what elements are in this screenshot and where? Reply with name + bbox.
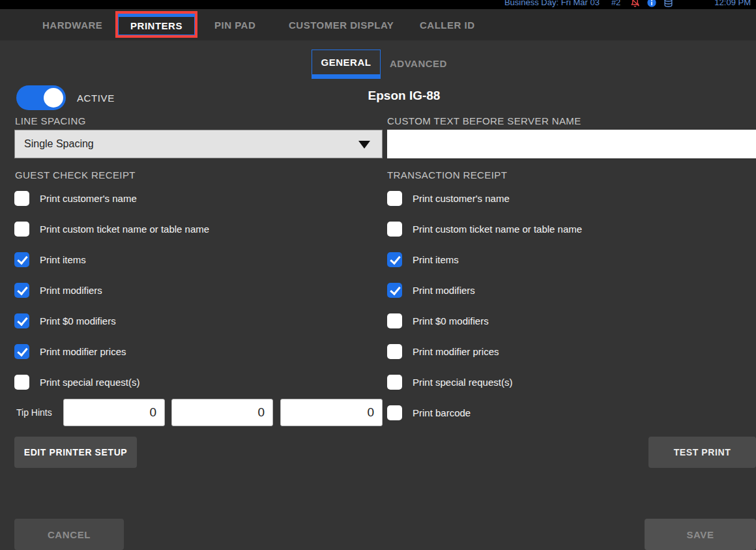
checkbox[interactable] — [387, 313, 402, 328]
database-icon[interactable] — [663, 0, 674, 8]
status-bar: Business Day: Fri Mar 03 #2 12:09 PM — [0, 0, 756, 9]
checkbox[interactable] — [387, 405, 402, 420]
checkbox-row: Print items — [14, 252, 209, 267]
tip-hint-input-2[interactable] — [171, 399, 273, 426]
checkbox-label: Print $0 modifiers — [413, 315, 489, 326]
checkbox-row: Print modifiers — [14, 283, 209, 298]
checkbox[interactable] — [387, 344, 402, 359]
station-number: #2 — [611, 0, 620, 8]
checkbox[interactable] — [387, 375, 402, 390]
checkbox-row: Print items — [387, 252, 582, 267]
checkbox-row: Print barcode — [387, 405, 582, 420]
printer-settings-screen: Business Day: Fri Mar 03 #2 12:09 PM HAR… — [0, 0, 756, 550]
tab-advanced[interactable]: ADVANCED — [390, 58, 447, 69]
checkbox-row: Print special request(s) — [387, 375, 582, 390]
tab-printers[interactable]: PRINTERS — [118, 14, 195, 35]
checkbox-label: Print special request(s) — [413, 377, 512, 388]
checkbox[interactable] — [387, 252, 402, 267]
nav-tab-bar: HARDWARE PRINTERS PIN PAD CUSTOMER DISPL… — [0, 9, 756, 40]
checkbox-label: Print special request(s) — [40, 377, 139, 388]
chevron-down-icon — [358, 141, 370, 149]
checkbox-label: Print $0 modifiers — [40, 315, 116, 326]
checkbox-label: Print modifier prices — [40, 346, 126, 357]
checkbox[interactable] — [387, 191, 402, 206]
tab-caller-id[interactable]: CALLER ID — [420, 20, 475, 31]
checkbox-row: Print custom ticket name or table name — [14, 222, 209, 237]
annotation-highlight: PRINTERS — [115, 11, 197, 38]
checkbox-label: Print modifier prices — [413, 346, 499, 357]
checkbox[interactable] — [387, 222, 402, 237]
checkbox-label: Print custom ticket name or table name — [413, 224, 582, 235]
checkbox-row: Print modifier prices — [387, 344, 582, 359]
save-button[interactable]: SAVE — [645, 519, 756, 550]
line-spacing-label: LINE SPACING — [15, 115, 86, 126]
checkbox-row: Print modifier prices — [14, 344, 209, 359]
tip-hint-input-1[interactable] — [63, 399, 165, 426]
transaction-options: Print customer's name Print custom ticke… — [387, 191, 582, 436]
checkbox-row: Print modifiers — [387, 283, 582, 298]
test-print-button[interactable]: TEST PRINT — [648, 437, 756, 468]
guest-check-receipt-title: GUEST CHECK RECEIPT — [15, 169, 136, 181]
business-day-label: Business Day: Fri Mar 03 — [504, 0, 600, 8]
checkbox[interactable] — [387, 283, 402, 298]
bell-muted-icon[interactable] — [630, 0, 641, 8]
checkbox[interactable] — [14, 313, 29, 328]
checkbox-label: Print items — [413, 254, 459, 265]
tab-customer-display[interactable]: CUSTOMER DISPLAY — [289, 20, 394, 31]
tab-printers-label: PRINTERS — [130, 20, 182, 31]
checkbox-label: Print barcode — [413, 407, 471, 418]
tab-pin-pad[interactable]: PIN PAD — [214, 20, 255, 31]
tab-general-label: GENERAL — [321, 57, 371, 68]
cancel-button[interactable]: CANCEL — [14, 519, 124, 550]
printer-name: Epson IG-88 — [52, 89, 756, 103]
info-circle-icon[interactable] — [647, 0, 657, 8]
transaction-receipt-title: TRANSACTION RECEIPT — [387, 169, 507, 181]
tab-general[interactable]: GENERAL — [312, 50, 381, 79]
checkbox-label: Print customer's name — [40, 193, 137, 204]
checkbox-label: Print items — [40, 254, 86, 265]
checkbox-label: Print modifiers — [40, 285, 102, 296]
tip-hints-label: Tip Hints — [16, 407, 52, 418]
guest-check-options: Print customer's name Print custom ticke… — [14, 191, 209, 405]
custom-text-label: CUSTOM TEXT BEFORE SERVER NAME — [387, 115, 581, 126]
checkbox[interactable] — [14, 222, 29, 237]
checkbox-row: Print $0 modifiers — [387, 313, 582, 328]
checkbox[interactable] — [14, 252, 29, 267]
edit-printer-setup-button[interactable]: EDIT PRINTER SETUP — [14, 437, 137, 468]
clock-time: 12:09 PM — [714, 0, 751, 8]
tab-hardware[interactable]: HARDWARE — [42, 20, 102, 31]
line-spacing-value: Single Spacing — [24, 138, 94, 150]
tip-hint-input-3[interactable] — [280, 399, 383, 426]
custom-text-input[interactable] — [387, 130, 756, 158]
checkbox-label: Print modifiers — [413, 285, 475, 296]
checkbox-row: Print special request(s) — [14, 375, 209, 390]
checkbox[interactable] — [14, 283, 29, 298]
checkbox[interactable] — [14, 191, 29, 206]
line-spacing-dropdown[interactable]: Single Spacing — [14, 130, 383, 158]
checkbox-row: Print customer's name — [14, 191, 209, 206]
checkbox-label: Print customer's name — [413, 193, 510, 204]
checkbox-label: Print custom ticket name or table name — [40, 224, 209, 235]
checkbox[interactable] — [14, 375, 29, 390]
checkbox-row: Print customer's name — [387, 191, 582, 206]
checkbox[interactable] — [14, 344, 29, 359]
checkbox-row: Print custom ticket name or table name — [387, 222, 582, 237]
checkbox-row: Print $0 modifiers — [14, 313, 209, 328]
